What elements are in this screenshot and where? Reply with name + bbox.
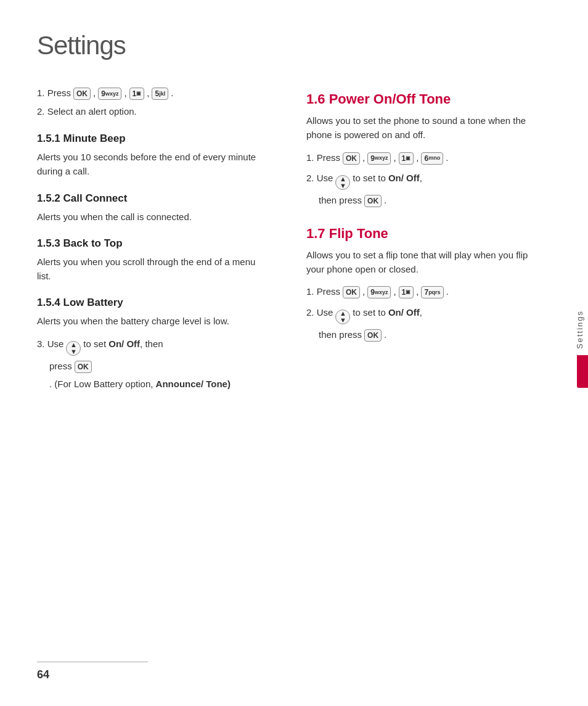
page-number: 64 xyxy=(37,668,539,681)
section-151-body: Alerts you 10 seconds before the end of … xyxy=(37,150,269,179)
left-column: 1. Press OK, 9wxyz, 1▣, 5jkl . 2. Select… xyxy=(37,85,269,395)
key-5jkl-1: 5jkl xyxy=(152,88,168,100)
section-17-step-2: 2. Use ▲▼ to set to On/ Off, then press … xyxy=(306,305,539,343)
key-9wxyz-1: 9wxyz xyxy=(98,88,121,100)
step-2-num: 2. Select an alert option. xyxy=(37,104,137,120)
step-1-line: 1. Press OK, 9wxyz, 1▣, 5jkl . xyxy=(37,85,269,101)
key-9wxyz-16: 9wxyz xyxy=(367,152,391,165)
sidebar-tab: Settings xyxy=(571,304,588,403)
section-153-heading: 1.5.3 Back to Top xyxy=(37,237,269,250)
page-title: Settings xyxy=(37,31,539,60)
step-2-line: 2. Select an alert option. xyxy=(37,104,269,120)
low-battery-step-3-cont: press OK . (For Low Battery option, Anno… xyxy=(37,358,269,392)
step-1-num: 1. Press xyxy=(37,85,71,101)
section-16-heading: 1.6 Power On/Off Tone xyxy=(306,91,539,107)
section-151-heading: 1.5.1 Minute Beep xyxy=(37,133,269,145)
section-152-heading: 1.5.2 Call Connect xyxy=(37,192,269,205)
s16-step-1-num: 1. Press xyxy=(306,150,340,166)
step-3-num: 3. Use xyxy=(37,336,63,352)
key-ok-17: OK xyxy=(343,286,360,298)
key-9wxyz-17: 9wxyz xyxy=(367,286,391,298)
two-col-layout: 1. Press OK, 9wxyz, 1▣, 5jkl . 2. Select… xyxy=(37,85,539,395)
section-17-heading: 1.7 Flip Tone xyxy=(306,226,539,242)
right-column: 1.6 Power On/Off Tone Allows you to set … xyxy=(306,85,539,395)
section-16-step-2: 2. Use ▲▼ to set to On/ Off, then press … xyxy=(306,170,539,208)
page-container: Settings Settings 1. Press OK, 9wxyz, 1▣… xyxy=(0,0,588,706)
section-17-body: Allows you to set a flip tone that will … xyxy=(306,248,539,277)
bottom-area: 64 xyxy=(37,662,539,682)
s17-step-1-num: 1. Press xyxy=(306,284,340,300)
section-16-body: Allows you to set the phone to sound a t… xyxy=(306,113,539,142)
key-ok-16-2: OK xyxy=(364,195,382,207)
section-153-body: Alerts you when you scroll through the e… xyxy=(37,255,269,284)
section-152-body: Alerts you when the call is connected. xyxy=(37,210,269,224)
key-7pqrs-17: 7pqrs xyxy=(421,286,443,298)
key-ok-low-battery: OK xyxy=(75,361,92,373)
nav-btn-3: ▲▼ xyxy=(66,341,81,356)
key-ok-17-2: OK xyxy=(364,329,382,342)
sidebar-tab-label: Settings xyxy=(571,304,588,355)
section-154-heading: 1.5.4 Low Battery xyxy=(37,297,269,309)
bottom-divider xyxy=(37,662,148,663)
section-154-body: Alerts you when the battery charge level… xyxy=(37,314,269,328)
low-battery-step-3: 3. Use ▲▼ to set On/ Off, then xyxy=(37,336,269,356)
main-content: Settings 1. Press OK, 9wxyz, 1▣, 5jkl . … xyxy=(0,0,588,706)
key-1-1: 1▣ xyxy=(129,88,145,100)
key-1-17: 1▣ xyxy=(399,286,414,298)
nav-btn-17: ▲▼ xyxy=(335,310,350,324)
key-6mno-16: 6mno xyxy=(421,152,443,165)
section-17-step-1: 1. Press OK, 9wxyz, 1▣, 7pqrs . xyxy=(306,284,539,300)
key-ok-1: OK xyxy=(73,88,91,100)
section-16-step-1: 1. Press OK, 9wxyz, 1▣, 6mno . xyxy=(306,150,539,166)
key-ok-16: OK xyxy=(343,152,360,165)
nav-btn-16: ▲▼ xyxy=(335,175,350,190)
key-1-16: 1▣ xyxy=(399,152,414,165)
